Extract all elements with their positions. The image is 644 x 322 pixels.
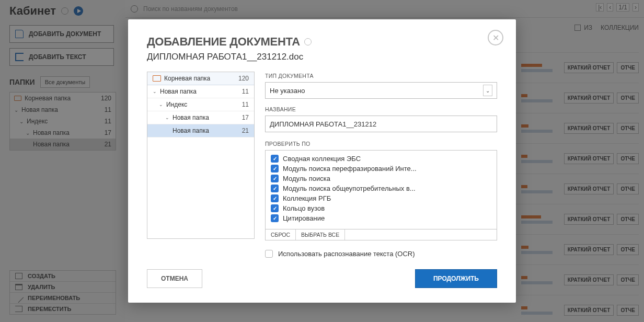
modal-overlay: ✕ ДОБАВЛЕНИЕ ДОКУМЕНТА ДИПЛОМНАЯ РАБОТА1… (0, 0, 644, 322)
ocr-checkbox[interactable] (265, 250, 273, 258)
checkbox-checked-icon[interactable] (271, 214, 279, 222)
reset-button[interactable]: СБРОС (266, 229, 296, 240)
checkbox-checked-icon[interactable] (271, 194, 279, 202)
tree-item[interactable]: ⌄Новая папка 11 (147, 85, 254, 98)
modal-title: ДОБАВЛЕНИЕ ДОКУМЕНТА (147, 35, 300, 49)
chevron-down-icon[interactable]: ⌄ (153, 89, 157, 94)
checkbox-checked-icon[interactable] (271, 204, 279, 212)
check-module-item[interactable]: Модуль поиска общеупотребительных в... (271, 183, 491, 193)
continue-button[interactable]: ПРОДОЛЖИТЬ (415, 269, 497, 288)
check-module-item[interactable]: Коллекция РГБ (271, 193, 491, 203)
cancel-button[interactable]: ОТМЕНА (147, 269, 202, 288)
check-module-item[interactable]: Модуль поиска (271, 174, 491, 183)
folder-count: 17 (242, 114, 249, 121)
doc-type-value: Не указано (270, 87, 305, 95)
check-module-item[interactable]: Модуль поиска перефразирований Инте... (271, 164, 491, 174)
close-button[interactable]: ✕ (488, 30, 503, 45)
check-module-item[interactable]: Сводная коллекция ЭБС (271, 154, 491, 164)
modal-filename: ДИПЛОМНАЯ РАБОТА1__231212.doc (147, 52, 497, 62)
tree-item[interactable]: ⌄Новая папка 17 (147, 111, 254, 124)
check-module-item[interactable]: Цитирование (271, 213, 491, 223)
select-all-button[interactable]: ВЫБРАТЬ ВСЕ (296, 229, 345, 240)
name-label: НАЗВАНИЕ (265, 106, 497, 112)
checkbox-checked-icon[interactable] (271, 155, 279, 163)
chevron-down-icon: ⌄ (483, 85, 492, 96)
check-label: ПРОВЕРИТЬ ПО (265, 141, 497, 147)
checkbox-checked-icon[interactable] (271, 175, 279, 182)
close-icon: ✕ (492, 33, 499, 43)
tree-item-selected[interactable]: Новая папка 21 (147, 124, 254, 137)
checkbox-checked-icon[interactable] (271, 185, 279, 192)
chevron-down-icon[interactable]: ⌄ (165, 115, 169, 120)
ocr-label: Использовать распознавание текста (OCR) (278, 250, 415, 258)
folder-count: 11 (242, 88, 249, 95)
modal-folder-tree: Корневая папка 120 ⌄Новая папка 11 ⌄Инде… (147, 72, 255, 239)
doc-type-label: ТИП ДОКУМЕНТА (265, 73, 497, 79)
tree-root-item[interactable]: Корневая папка 120 (147, 72, 254, 85)
folder-count: 11 (242, 101, 249, 108)
folder-count: 120 (238, 75, 249, 82)
check-modules-list[interactable]: Сводная коллекция ЭБС Модуль поиска пере… (265, 150, 497, 229)
document-name-input[interactable] (265, 116, 497, 132)
folder-count: 21 (242, 127, 249, 134)
add-document-modal: ✕ ДОБАВЛЕНИЕ ДОКУМЕНТА ДИПЛОМНАЯ РАБОТА1… (128, 19, 516, 303)
tree-item[interactable]: ⌄Индекс 11 (147, 98, 254, 111)
check-module-item[interactable]: Кольцо вузов (271, 203, 491, 213)
help-icon[interactable] (304, 38, 312, 45)
chevron-down-icon[interactable]: ⌄ (159, 102, 163, 107)
checkbox-checked-icon[interactable] (271, 165, 279, 172)
folder-icon (153, 75, 161, 82)
doc-type-select[interactable]: Не указано ⌄ (265, 82, 497, 99)
